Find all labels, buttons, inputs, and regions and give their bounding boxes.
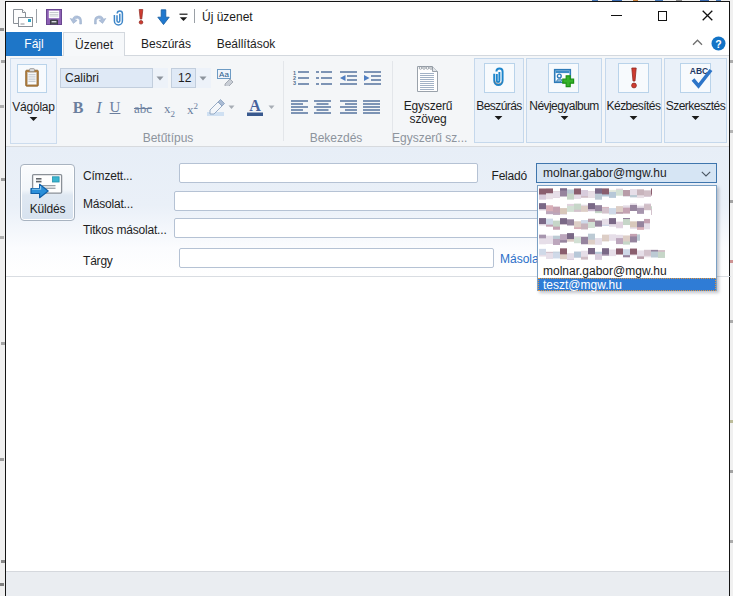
svg-text:3: 3 (293, 80, 296, 86)
svg-text:A: A (249, 98, 261, 114)
svg-text:Aa: Aa (219, 70, 229, 79)
svg-text:?: ? (715, 38, 721, 50)
